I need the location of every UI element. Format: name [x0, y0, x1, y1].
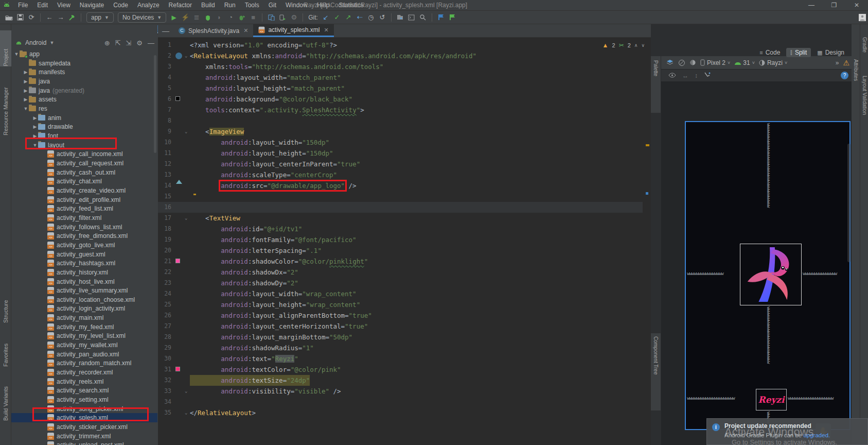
build-hammer-icon[interactable] [66, 12, 78, 23]
tree-expander-icon[interactable]: ▶ [32, 133, 38, 139]
hide-panel-icon[interactable]: — [148, 39, 154, 47]
tree-item-activity_call_income-xml[interactable]: activity_call_income.xml [11, 149, 157, 159]
upgrade-link[interactable]: upgraded. [803, 432, 830, 438]
tree-item-activity_setting-xml[interactable]: activity_setting.xml [11, 395, 157, 404]
profile-avatar-icon[interactable] [857, 12, 868, 23]
code-line-27[interactable]: 27 android:layout_centerHorizontal="true… [158, 321, 643, 332]
render-warning-icon[interactable]: ⚠ [843, 59, 849, 67]
device-picker[interactable]: Pixel 2˅ [700, 59, 730, 66]
device-manager-icon[interactable] [265, 12, 277, 23]
back-icon[interactable]: ← [44, 12, 55, 23]
save-icon[interactable] [14, 12, 26, 23]
mode-design-button[interactable]: ▦Design [813, 48, 848, 57]
green-flag-icon[interactable] [447, 12, 458, 23]
settings-gear-icon[interactable]: ⚙ [136, 39, 143, 47]
tree-item-drawable[interactable]: ▶drawable [11, 122, 157, 131]
project-view-selector[interactable]: Android [25, 39, 46, 46]
constraints-horizontal-icon[interactable]: ↔ [682, 72, 688, 79]
code-line-22[interactable]: 22 android:shadowDx="2" [158, 267, 643, 278]
tree-item-activity_guest-xml[interactable]: activity_guest.xml [11, 250, 157, 259]
tree-item-activity_location_choose-xml[interactable]: activity_location_choose.xml [11, 295, 157, 304]
hide-tabs-icon[interactable]: — [158, 25, 173, 37]
toolbar-overflow-icon[interactable]: » [836, 59, 839, 66]
restore-button[interactable]: ❐ [823, 0, 845, 11]
tree-item-activity_login_activity-xml[interactable]: activity_login_activity.xml [11, 304, 157, 313]
tree-expander-icon[interactable]: ▼ [32, 143, 38, 148]
project-tree-scrollbar[interactable] [154, 55, 156, 153]
code-line-3[interactable]: 3 xmlns:tools="http://schemas.android.co… [158, 61, 643, 72]
code-line-8[interactable]: 8 [158, 115, 643, 126]
code-line-30[interactable]: 30 android:text="Reyzi" [158, 353, 643, 364]
code-line-10[interactable]: 10 android:layout_width="150dp" [158, 137, 643, 148]
tool-window-layout-validation[interactable]: Layout Validation [860, 76, 868, 132]
tree-expander-icon[interactable]: ▶ [23, 70, 29, 75]
tree-item-res[interactable]: ▼res [11, 104, 157, 113]
menu-navigate[interactable]: Navigate [75, 2, 109, 9]
code-line-12[interactable]: 12 android:layout_centerInParent="true" [158, 159, 643, 169]
mode-code-button[interactable]: ≡Code [755, 48, 784, 57]
tree-item-activity_hashtags-xml[interactable]: activity_hashtags.xml [11, 259, 157, 268]
tree-item-activity_create_video-xml[interactable]: activity_create_video.xml [11, 186, 157, 195]
tree-item-activity_random_match-xml[interactable]: activity_random_match.xml [11, 358, 157, 368]
locate-file-icon[interactable]: ⊕ [104, 39, 110, 47]
git-rollback-icon[interactable]: ⇠ [354, 12, 365, 23]
menu-code[interactable]: Code [109, 2, 133, 9]
code-line-34[interactable]: 34 [158, 397, 643, 407]
code-line-17[interactable]: 17⌄ <TextView [158, 213, 643, 224]
code-line-35[interactable]: 35⌄</RelativeLayout> [158, 407, 643, 418]
code-line-26[interactable]: 26 android:layout_alignParentBottom="tru… [158, 310, 643, 321]
tree-item-anim[interactable]: ▶anim [11, 113, 157, 123]
minimize-button[interactable]: — [800, 0, 823, 11]
tree-item-activity_history-xml[interactable]: activity_history.xml [11, 268, 157, 277]
tree-item-activity_pan_audio-xml[interactable]: activity_pan_audio.xml [11, 350, 157, 359]
code-line-1[interactable]: 1<?xml version="1.0" encoding="utf-8"?> [158, 40, 643, 50]
attach-debugger-icon[interactable] [236, 12, 247, 23]
tree-item-activity_host_live-xml[interactable]: activity_host_live.xml [11, 277, 157, 286]
code-line-29[interactable]: 29 android:shadowRadius="1" [158, 343, 643, 353]
open-icon[interactable] [3, 12, 14, 23]
design-scrollbar[interactable] [847, 144, 851, 262]
code-area[interactable]: 1<?xml version="1.0" encoding="utf-8"?>2… [158, 38, 643, 445]
view-options-eye-icon[interactable] [668, 72, 676, 79]
collapse-all-icon[interactable]: ⇱ [115, 39, 121, 47]
menu-refactor[interactable]: Refactor [164, 2, 197, 9]
tree-item-java[interactable]: ▶java [11, 77, 157, 86]
code-line-6[interactable]: 6 android:background="@color/black_back" [158, 94, 643, 105]
tree-item-assets[interactable]: ▶assets [11, 95, 157, 104]
tool-window-structure[interactable]: Structure [0, 287, 11, 323]
help-icon[interactable]: ? [841, 72, 848, 79]
tree-item-activity_my_level_list-xml[interactable]: activity_my_level_list.xml [11, 331, 157, 340]
menu-tools[interactable]: Tools [240, 2, 264, 9]
code-line-4[interactable]: 4 android:layout_width="match_parent" [158, 72, 643, 83]
menu-git[interactable]: Git [264, 2, 281, 9]
terminal-icon[interactable] [406, 12, 417, 23]
code-line-28[interactable]: 28 android:layout_marginBottom="50dp" [158, 332, 643, 343]
forward-icon[interactable]: → [55, 12, 66, 23]
code-line-33[interactable]: 33⌄ android:visibility="visible" /> [158, 386, 643, 397]
orientation-icon[interactable] [678, 59, 685, 66]
code-line-32[interactable]: 32 android:textSize="24dp" [158, 375, 643, 386]
tree-item-java[interactable]: ▶java(generated) [11, 86, 157, 95]
mode-split-button[interactable]: ⫿Split [786, 48, 811, 57]
stop-icon[interactable]: ■ [247, 12, 259, 23]
tree-item-activity_recorder-xml[interactable]: activity_recorder.xml [11, 368, 157, 377]
tree-expander-icon[interactable]: ▶ [23, 88, 29, 93]
sync-project-gradle-icon[interactable] [277, 12, 288, 23]
device-select[interactable]: No Devices▼ [118, 12, 166, 23]
search-everywhere-icon[interactable] [417, 12, 429, 23]
code-line-18[interactable]: 18 android:id="@+id/tv1" [158, 224, 643, 234]
magnet-autoconnect-icon[interactable] [704, 72, 711, 80]
tree-item-activity_reels-xml[interactable]: activity_reels.xml [11, 377, 157, 386]
tree-item-app[interactable]: ▼app [11, 49, 157, 59]
tool-window-build-variants[interactable]: Build Variants [0, 374, 11, 421]
close-button[interactable]: ✕ [845, 0, 868, 11]
code-line-9[interactable]: 9⌄ <ImageView [158, 126, 643, 137]
menu-file[interactable]: File [13, 2, 32, 9]
code-line-7[interactable]: 7 tools:context=".activity.SpleshActivit… [158, 105, 643, 115]
tree-item-activity_song_picker-xml[interactable]: activity_song_picker.xml [11, 404, 157, 414]
api-level-picker[interactable]: 31˅ [734, 59, 755, 66]
tree-item-sampledata[interactable]: sampledata [11, 59, 157, 68]
undo-icon[interactable]: ↺ [377, 12, 388, 23]
tree-expander-icon[interactable]: ▶ [23, 79, 29, 84]
apply-changes-icon[interactable]: ⚡ [180, 12, 191, 23]
